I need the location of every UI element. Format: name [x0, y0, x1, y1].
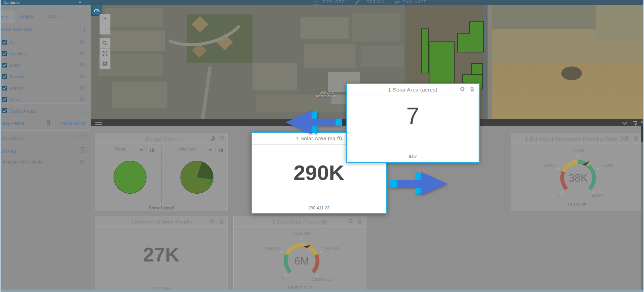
zoom-out-button[interactable]: −	[100, 24, 110, 34]
menu-icon[interactable]	[95, 121, 102, 125]
solar-polygon[interactable]	[457, 33, 470, 52]
measure-button[interactable]	[100, 59, 110, 69]
collapse-panel-icon[interactable]: «	[79, 0, 81, 4]
extent-button[interactable]	[100, 49, 110, 59]
study-area-item-row[interactable]: hady Palms Make Active	[0, 118, 91, 129]
add-data-layer-icon[interactable]: +	[80, 134, 86, 141]
layer-checkbox[interactable]	[2, 40, 7, 45]
gear-icon[interactable]: ⚙	[80, 39, 84, 45]
solar-polygon[interactable]	[471, 63, 483, 75]
solar-polygon[interactable]	[421, 28, 429, 73]
layer-row-solar[interactable]: Solar ⚙	[0, 60, 91, 71]
tab-jobs[interactable]: Jobs	[47, 14, 57, 19]
gauge-tick-label: 2,500,000	[264, 247, 281, 251]
tab-legend[interactable]: Legend	[20, 14, 35, 19]
layer-row-storage[interactable]: Storage ⚙	[0, 71, 91, 83]
map-road	[201, 66, 212, 119]
divider	[0, 104, 91, 104]
map-place-label: Bob Long Memorial Park	[314, 90, 340, 98]
pie-chart-solar-test	[180, 161, 213, 194]
dropdown-value: solar test	[178, 146, 197, 151]
gear-icon[interactable]: ⚙	[80, 51, 84, 56]
solar-polygon[interactable]	[430, 41, 455, 84]
layer-row-wind[interactable]: Wind ⚙	[0, 94, 91, 106]
nav-design[interactable]: DESIGN	[366, 0, 385, 4]
top-navigation-bar: EXPLORE DESIGN EVALUATE	[91, 0, 644, 5]
layer-checkbox[interactable]	[2, 51, 7, 56]
study-areas-row[interactable]: Study Areas +	[0, 106, 91, 117]
left-series-dropdown[interactable]: Solar	[115, 146, 125, 154]
gauge-needle	[303, 243, 312, 250]
layer-checkbox[interactable]	[2, 63, 7, 68]
tutorial-arrow-left	[284, 109, 343, 136]
gear-icon[interactable]: ⚙	[80, 97, 84, 102]
gear-icon[interactable]: ⚙	[624, 135, 629, 141]
geoplanner-app: { "topbar": { "contents_title": "Content…	[0, 0, 644, 292]
minus-icon: −	[103, 25, 107, 33]
gear-icon[interactable]: ⚙	[80, 74, 84, 79]
gauge-tick-label: 60,000	[592, 194, 604, 198]
tick-dot	[300, 238, 303, 240]
gauge-tick-label: 10,000,000	[313, 277, 331, 281]
layer-label: AD	[9, 40, 15, 45]
layer-checkbox[interactable]	[2, 108, 7, 113]
trash-icon[interactable]	[219, 219, 224, 226]
nav-evaluate[interactable]: EVALUATE	[402, 0, 427, 4]
tab-layers[interactable]: yers	[0, 11, 15, 23]
layer-checkbox[interactable]	[2, 97, 7, 102]
map-block	[301, 17, 349, 39]
layer-label: Wind	[9, 97, 20, 102]
divider	[147, 147, 147, 153]
gear-icon[interactable]: ⚙	[80, 159, 84, 165]
gauge-needle	[582, 161, 590, 167]
map-block	[112, 82, 167, 108]
basemap-item-row[interactable]: Imagery with Labels ⚙	[0, 157, 91, 168]
gear-icon[interactable]: ⚙	[80, 62, 84, 68]
gear-icon[interactable]: ⚙	[80, 85, 84, 91]
chevron-down-icon[interactable]	[622, 120, 627, 125]
duplicate-scenario-icon[interactable]	[80, 27, 85, 32]
layer-checkbox[interactable]	[2, 74, 7, 79]
trash-icon[interactable]	[358, 219, 362, 226]
layer-checkbox[interactable]	[2, 86, 7, 90]
pie-chart-icon[interactable]	[210, 136, 215, 141]
add-study-area-icon[interactable]: +	[80, 107, 86, 114]
tick-dot	[316, 274, 318, 277]
layer-label: Solar	[9, 63, 20, 68]
search-button[interactable]	[100, 38, 110, 49]
layer-label: Storage	[9, 74, 25, 79]
basemap-grid-icon[interactable]	[80, 147, 85, 153]
layer-row-station[interactable]: Station ⚙	[0, 83, 91, 94]
gauge-tick-label: 7,500,000	[323, 247, 340, 251]
trash-icon[interactable]	[46, 120, 51, 127]
gear-icon[interactable]: ⚙	[348, 218, 353, 224]
data-layers-row[interactable]: ata Layers +	[0, 132, 91, 144]
gear-icon[interactable]: ⚙	[220, 135, 225, 141]
card-title: 1 Solar Area (acres)	[347, 87, 479, 93]
solar-polygon[interactable]	[469, 21, 484, 52]
layer-label: Station	[9, 86, 24, 91]
bar-chart-icon[interactable]	[152, 148, 153, 152]
make-active-link[interactable]: Make Active	[61, 121, 85, 126]
gear-icon[interactable]: ⚙	[460, 86, 465, 92]
layer-row-gasifiers[interactable]: Gasifiers ⚙	[0, 48, 91, 60]
layer-row-ad[interactable]: AD ⚙	[0, 37, 91, 48]
nav-explore[interactable]: EXPLORE	[323, 0, 346, 4]
right-series-dropdown[interactable]: solar test	[178, 146, 197, 154]
search-icon	[102, 40, 108, 46]
map-trees	[561, 66, 582, 80]
zoom-in-button[interactable]: +	[100, 14, 110, 24]
gear-icon[interactable]: ⚙	[209, 218, 214, 224]
bar-chart-icon[interactable]	[221, 148, 222, 152]
card-exact-value: 290,411.23	[252, 206, 386, 210]
trash-icon[interactable]	[470, 87, 475, 94]
basemap-row[interactable]: asemap	[0, 145, 91, 157]
map-block	[102, 31, 165, 51]
basemap-label: asemap	[0, 148, 17, 154]
cost-gauge-card: 1 Cost Solar Panels ($) ⚙ 6M 5,000,000 2…	[233, 216, 366, 292]
tick-dot	[577, 155, 579, 157]
restore-window-icon[interactable]	[633, 121, 637, 125]
chart-footer-label: Solar Lizard	[95, 205, 227, 210]
close-icon[interactable]: ×	[640, 119, 643, 125]
trash-icon[interactable]	[634, 136, 639, 143]
